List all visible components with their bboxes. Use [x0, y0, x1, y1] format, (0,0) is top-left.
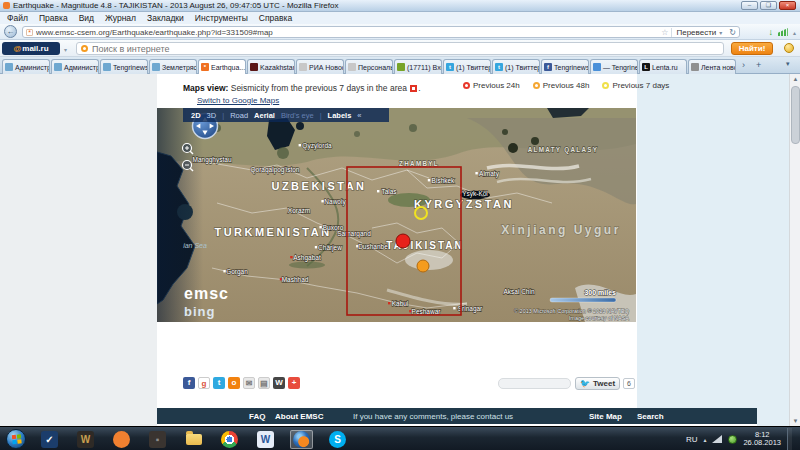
start-button[interactable] [6, 429, 26, 449]
list-all-tabs-button[interactable]: ▾ [786, 60, 790, 68]
menu-item-2[interactable]: Вид [79, 13, 94, 23]
url-bar[interactable]: * www.emsc-csem.org/Earthquake/earthquak… [22, 26, 740, 38]
mailru-search-input[interactable] [92, 44, 719, 54]
taskbar-clock[interactable]: 8:12 26.08.2013 [743, 431, 781, 447]
bookmark-star-icon[interactable]: ☆ [661, 28, 668, 37]
tab-13[interactable]: LLenta.ru [639, 59, 687, 74]
footer-faq-link[interactable]: FAQ [249, 412, 265, 421]
tab-0[interactable]: Администр... [2, 59, 50, 74]
map-toolbar-item-3d[interactable]: 3D [207, 111, 217, 120]
tab-12[interactable]: — Tengrine... [590, 59, 638, 74]
mailru-menu-caret-icon[interactable]: ▾ [64, 46, 67, 53]
menu-item-3[interactable]: Журнал [105, 13, 136, 23]
taskbar-app-firefox[interactable] [290, 430, 313, 449]
bing-logo[interactable]: bing [184, 304, 215, 319]
taskbar-app-document[interactable]: W [254, 430, 277, 449]
tab-6[interactable]: РИА Новос... [296, 59, 344, 74]
tab-favicon [54, 63, 62, 71]
wordpress-share-icon[interactable]: W [273, 377, 285, 389]
tab-2[interactable]: Tengrinews... [100, 59, 148, 74]
clock-date: 26.08.2013 [743, 439, 781, 447]
tray-app-icon[interactable] [728, 435, 737, 444]
menu-item-0[interactable]: Файл [7, 13, 28, 23]
tab-5[interactable]: Kazakhstan ... [247, 59, 295, 74]
map-toolbar-item-2d[interactable]: 2D [191, 111, 201, 120]
print-share-icon[interactable]: ▤ [258, 377, 270, 389]
back-button[interactable]: ← [4, 25, 17, 38]
translate-caret-icon[interactable]: ▾ [719, 29, 722, 36]
tab-4[interactable]: *Earthqua...× [198, 59, 246, 74]
show-desktop-button[interactable] [787, 428, 792, 450]
taskbar-app-chrome[interactable] [218, 430, 241, 449]
tab-1[interactable]: Администр... [51, 59, 99, 74]
email-share-icon[interactable]: ✉ [243, 377, 255, 389]
tab-8[interactable]: (17711) Вхо... [394, 59, 442, 74]
map-toolbar-item-[interactable]: « [357, 111, 361, 120]
language-indicator[interactable]: RU [686, 435, 698, 444]
map-toolbar-item-birdseye[interactable]: Bird's eye [281, 111, 314, 120]
network-icon[interactable] [712, 435, 722, 443]
map-toolbar-item-road[interactable]: Road [230, 111, 248, 120]
footer-site-map-link[interactable]: Site Map [589, 412, 622, 421]
tab-14[interactable]: Лента ново... [688, 59, 736, 74]
tab-scroll-right-button[interactable]: › [742, 60, 745, 70]
toolbar-collapse-icon[interactable]: ▴ [793, 29, 796, 36]
event-previous-48h-marker[interactable] [417, 260, 429, 272]
mailru-logo-button[interactable]: @ mail.ru [2, 42, 60, 55]
twitter-share-icon[interactable]: t [213, 377, 225, 389]
translate-button[interactable]: Перевести ▾ [671, 28, 726, 37]
close-button[interactable]: × [779, 1, 796, 10]
mailru-search-box[interactable] [76, 42, 724, 55]
facebook-share-icon[interactable]: f [183, 377, 195, 389]
minimize-button[interactable]: – [741, 1, 758, 10]
menu-item-5[interactable]: Инструменты [195, 13, 248, 23]
tab-label: РИА Новос... [309, 64, 344, 71]
download-icon[interactable]: ↓ [768, 27, 773, 37]
taskbar-app-dark[interactable]: ▪ [146, 430, 169, 449]
map-toolbar-item-labels[interactable]: Labels [328, 111, 352, 120]
menu-item-4[interactable]: Закладки [147, 13, 184, 23]
mailru-coin-icon[interactable] [784, 43, 794, 53]
switch-to-google-maps-link[interactable]: Switch to Google Maps [197, 96, 279, 105]
share-widget-placeholder[interactable] [498, 378, 571, 389]
tweet-button[interactable]: 🐦 Tweet 6 [575, 377, 635, 390]
taskbar-app-skype[interactable]: S [326, 430, 349, 449]
url-text[interactable]: www.emsc-csem.org/Earthquake/earthquake.… [36, 28, 658, 37]
footer-about-emsc-link[interactable]: About EMSC [275, 412, 323, 421]
taskbar-app-world-of-tanks[interactable]: W [74, 430, 97, 449]
tab-label: Администр... [64, 64, 99, 71]
map-toolbar-item-aerial[interactable]: Aerial [254, 111, 275, 120]
new-tab-button[interactable]: + [756, 60, 761, 70]
seismicity-map[interactable]: MangghystauQyzylordaZHAMBYLALMATY QALASY… [157, 108, 636, 322]
taskbar-app-fl-studio[interactable] [110, 430, 133, 449]
scrollbar-thumb[interactable] [791, 86, 800, 144]
taskbar-app-explorer[interactable] [182, 430, 205, 449]
menu-item-6[interactable]: Справка [259, 13, 292, 23]
find-button[interactable]: Найти! [731, 42, 773, 55]
restore-button[interactable]: ❏ [760, 1, 777, 10]
taskbar-app-checkmark[interactable]: ✓ [38, 430, 61, 449]
taskbar-app-checkmark-icon: ✓ [41, 431, 58, 448]
mailru-at-icon: @ [13, 44, 21, 53]
menu-item-1[interactable]: Правка [39, 13, 68, 23]
footer-search-link[interactable]: Search [637, 412, 664, 421]
addthis-share-icon[interactable]: + [288, 377, 300, 389]
tab-11[interactable]: fTengrinews... [541, 59, 589, 74]
event-age-legend: Previous 24hPrevious 48hPrevious 7 days [463, 81, 669, 90]
tab-7[interactable]: Персональ... [345, 59, 393, 74]
event-previous-24h-marker[interactable] [396, 234, 410, 248]
hidden-icons-caret[interactable]: ▴ [703, 436, 706, 443]
tab-9[interactable]: t(1) Твиттер [443, 59, 491, 74]
odnoklassniki-share-icon[interactable]: o [228, 377, 240, 389]
page-scrollbar[interactable]: ▲ ▼ [789, 74, 800, 426]
scrollbar-up-arrow[interactable]: ▲ [791, 74, 800, 84]
tab-3[interactable]: Землетряс... [149, 59, 197, 74]
scrollbar-down-arrow[interactable]: ▼ [791, 416, 800, 426]
reload-icon[interactable]: ↻ [729, 28, 736, 37]
tab-label: (17711) Вхо... [407, 64, 442, 71]
connection-bars-icon[interactable] [778, 28, 788, 36]
tab-10[interactable]: t(1) Твиттер ... [492, 59, 540, 74]
taskbar-app-document-icon: W [257, 431, 274, 448]
event-previous-7days-marker[interactable] [415, 207, 427, 219]
google-share-icon[interactable]: g [198, 377, 210, 389]
